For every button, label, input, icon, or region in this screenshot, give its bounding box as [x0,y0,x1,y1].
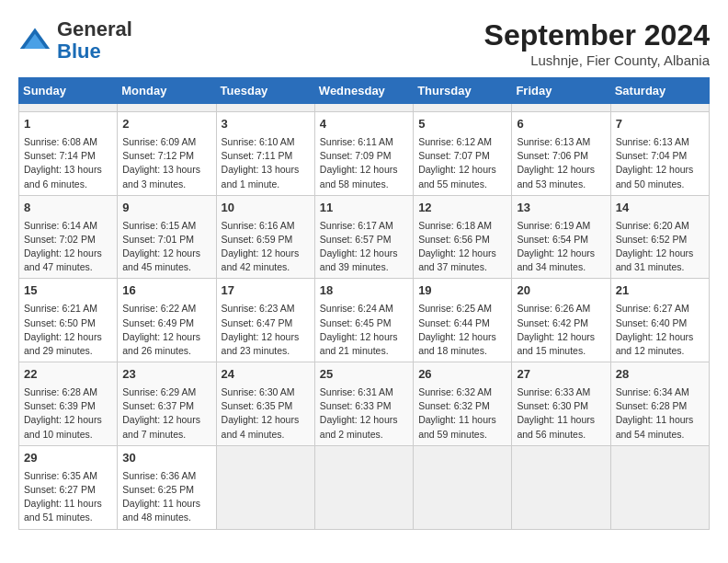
day-number: 19 [418,282,506,300]
day-number: 30 [122,450,210,467]
location: Lushnje, Fier County, Albania [484,52,710,68]
month-year: September 2024 [484,18,710,52]
calendar-cell [512,104,610,112]
calendar-cell: 25Sunrise: 6:31 AMSunset: 6:33 PMDayligh… [314,362,413,446]
col-header-saturday: Saturday [610,78,709,104]
day-number: 13 [517,200,605,217]
calendar-cell: 15Sunrise: 6:21 AMSunset: 6:50 PMDayligh… [19,279,118,362]
calendar-cell: 22Sunrise: 6:28 AMSunset: 6:39 PMDayligh… [19,362,118,446]
day-number: 12 [418,200,506,217]
calendar-cell [414,104,512,112]
day-number: 8 [24,200,112,217]
day-number: 22 [24,366,112,384]
calendar-cell [216,445,314,529]
calendar-cell: 20Sunrise: 6:26 AMSunset: 6:42 PMDayligh… [512,279,610,362]
calendar-cell [512,445,610,529]
day-number: 5 [418,116,506,133]
day-number: 18 [320,282,408,300]
calendar-cell [19,104,118,112]
col-header-sunday: Sunday [19,78,118,104]
calendar-cell: 29Sunrise: 6:35 AMSunset: 6:27 PMDayligh… [19,445,118,529]
calendar-cell [118,104,216,112]
day-number: 9 [122,200,210,217]
day-number: 25 [320,366,408,384]
calendar-cell: 7Sunrise: 6:13 AMSunset: 7:04 PMDaylight… [610,112,709,196]
calendar-cell: 9Sunrise: 6:15 AMSunset: 7:01 PMDaylight… [118,195,216,279]
calendar-cell: 6Sunrise: 6:13 AMSunset: 7:06 PMDaylight… [512,112,610,196]
calendar-cell: 12Sunrise: 6:18 AMSunset: 6:56 PMDayligh… [414,195,512,279]
day-number: 28 [616,366,704,384]
calendar-cell: 3Sunrise: 6:10 AMSunset: 7:11 PMDaylight… [216,112,314,196]
col-header-thursday: Thursday [414,78,512,104]
calendar-table: SundayMondayTuesdayWednesdayThursdayFrid… [18,77,710,530]
day-number: 26 [418,366,506,384]
day-number: 4 [320,116,408,133]
day-number: 1 [24,116,112,133]
logo-blue: Blue [57,40,101,63]
day-number: 29 [24,450,112,467]
logo: General Blue [18,18,132,63]
calendar-cell: 8Sunrise: 6:14 AMSunset: 7:02 PMDaylight… [19,195,118,279]
calendar-cell [314,445,413,529]
day-number: 11 [320,200,408,217]
calendar-cell: 10Sunrise: 6:16 AMSunset: 6:59 PMDayligh… [216,195,314,279]
calendar-cell: 5Sunrise: 6:12 AMSunset: 7:07 PMDaylight… [414,112,512,196]
calendar-cell: 16Sunrise: 6:22 AMSunset: 6:49 PMDayligh… [118,279,216,362]
calendar-cell [610,104,709,112]
calendar-cell: 23Sunrise: 6:29 AMSunset: 6:37 PMDayligh… [118,362,216,446]
day-number: 14 [616,200,704,217]
day-number: 15 [24,282,112,300]
day-number: 23 [122,366,210,384]
calendar-cell: 24Sunrise: 6:30 AMSunset: 6:35 PMDayligh… [216,362,314,446]
calendar-cell: 17Sunrise: 6:23 AMSunset: 6:47 PMDayligh… [216,279,314,362]
calendar-cell [216,104,314,112]
day-number: 20 [517,282,605,300]
calendar-cell: 27Sunrise: 6:33 AMSunset: 6:30 PMDayligh… [512,362,610,446]
calendar-cell: 11Sunrise: 6:17 AMSunset: 6:57 PMDayligh… [314,195,413,279]
logo-general: General [57,17,132,40]
calendar-cell [314,104,413,112]
day-number: 7 [616,116,704,133]
day-number: 24 [222,366,310,384]
logo-icon [18,24,51,57]
calendar-cell: 30Sunrise: 6:36 AMSunset: 6:25 PMDayligh… [118,445,216,529]
calendar-cell: 14Sunrise: 6:20 AMSunset: 6:52 PMDayligh… [610,195,709,279]
title-area: September 2024 Lushnje, Fier County, Alb… [484,18,710,68]
calendar-cell: 4Sunrise: 6:11 AMSunset: 7:09 PMDaylight… [314,112,413,196]
day-number: 21 [616,282,704,300]
calendar-cell: 18Sunrise: 6:24 AMSunset: 6:45 PMDayligh… [314,279,413,362]
col-header-monday: Monday [118,78,216,104]
calendar-cell: 2Sunrise: 6:09 AMSunset: 7:12 PMDaylight… [118,112,216,196]
calendar-cell [414,445,512,529]
day-number: 3 [222,116,310,133]
calendar-cell: 26Sunrise: 6:32 AMSunset: 6:32 PMDayligh… [414,362,512,446]
day-number: 6 [517,116,605,133]
col-header-tuesday: Tuesday [216,78,314,104]
day-number: 27 [517,366,605,384]
calendar-cell: 28Sunrise: 6:34 AMSunset: 6:28 PMDayligh… [610,362,709,446]
day-number: 17 [222,282,310,300]
calendar-cell: 19Sunrise: 6:25 AMSunset: 6:44 PMDayligh… [414,279,512,362]
calendar-cell [610,445,709,529]
col-header-wednesday: Wednesday [314,78,413,104]
day-number: 10 [222,200,310,217]
calendar-cell: 13Sunrise: 6:19 AMSunset: 6:54 PMDayligh… [512,195,610,279]
day-number: 2 [122,116,210,133]
day-number: 16 [122,282,210,300]
col-header-friday: Friday [512,78,610,104]
calendar-cell: 1Sunrise: 6:08 AMSunset: 7:14 PMDaylight… [19,112,118,196]
calendar-cell: 21Sunrise: 6:27 AMSunset: 6:40 PMDayligh… [610,279,709,362]
header: General Blue September 2024 Lushnje, Fie… [18,18,710,68]
